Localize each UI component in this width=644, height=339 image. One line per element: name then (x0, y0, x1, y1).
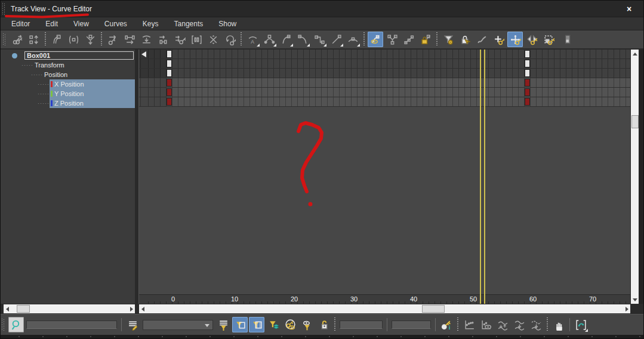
curve-graph-area[interactable] (139, 107, 630, 294)
vertical-scroll-thumb[interactable] (631, 115, 639, 128)
set-tangents-slow-button[interactable] (295, 32, 310, 47)
pan-tool-button[interactable] (551, 317, 566, 332)
name-filter-input[interactable] (26, 320, 117, 329)
track-sets-dropdown[interactable] (143, 320, 213, 330)
toolbar-grip[interactable] (3, 33, 7, 45)
main-scroll-thumb[interactable] (422, 305, 445, 313)
scroll-up-arrow[interactable] (631, 50, 639, 58)
frame-horizontal-extents-button[interactable] (461, 317, 477, 332)
menu-item-tangents[interactable]: Tangents (167, 17, 211, 30)
set-tangents-fast-button[interactable] (278, 32, 294, 47)
tree-item-transform[interactable]: ·····Transform (1, 60, 135, 70)
tree-horizontal-scrollbar[interactable] (4, 304, 135, 313)
snap-key-to-frame-button[interactable] (66, 32, 81, 47)
flatten-keys-button[interactable] (138, 32, 154, 47)
main-scroll-left-arrow[interactable] (139, 304, 146, 313)
keyframe-frame-60[interactable] (525, 79, 530, 87)
keyframe-frame-60[interactable] (525, 50, 530, 58)
zoom-value-extents-range-button[interactable] (528, 317, 544, 332)
scale-keys-time-button[interactable] (122, 32, 137, 47)
track-row-5[interactable] (139, 97, 630, 107)
filter-unlocked-attributes-button[interactable] (316, 317, 331, 332)
track-row-3[interactable] (139, 78, 630, 88)
filters-button[interactable] (440, 32, 456, 47)
region-keys-tool-button[interactable] (189, 32, 204, 47)
set-tangents-smooth-button[interactable] (345, 32, 360, 47)
show-tangents-toggle-button[interactable] (368, 32, 383, 47)
filter-animated-tracks-toggle-button[interactable] (266, 317, 281, 332)
tree-item-z-position[interactable]: ·····Z Position (1, 98, 135, 108)
set-tangents-step-button[interactable] (312, 32, 327, 47)
ease-keys-button[interactable] (155, 32, 171, 47)
draw-curves-button[interactable] (474, 32, 489, 47)
hierarchy-tree-panel[interactable]: Box001·····Transform·····Position·····X … (1, 50, 135, 304)
tree-item-y-position[interactable]: ·····Y Position (1, 89, 135, 98)
menu-item-keys[interactable]: Keys (135, 17, 167, 30)
track-key-rows[interactable] (139, 50, 630, 107)
track-row-2[interactable] (139, 69, 630, 78)
titlebar-grip[interactable] (2, 3, 6, 15)
keyframe-frame-60[interactable] (525, 98, 530, 106)
tree-scroll-thumb[interactable] (17, 305, 30, 313)
range-start-arrow-icon[interactable] (141, 51, 146, 57)
menu-item-view[interactable]: View (66, 17, 97, 30)
time-slider-line-right[interactable] (484, 50, 485, 304)
scroll-down-arrow[interactable] (631, 295, 639, 304)
panel-splitter[interactable] (135, 50, 139, 304)
frame-horizontal-extents-keys-button[interactable] (478, 317, 494, 332)
shift-keys-button[interactable] (172, 32, 187, 47)
key-value-field[interactable] (392, 320, 431, 329)
keyframe-frame-60[interactable] (525, 88, 530, 96)
vertical-scrollbar[interactable] (630, 50, 639, 304)
close-button[interactable]: × (623, 3, 635, 15)
add-keys-button[interactable] (491, 32, 506, 47)
keyframe-frame-0[interactable] (167, 50, 172, 58)
time-ruler[interactable]: 010203040506070 (139, 294, 630, 304)
move-keys-button[interactable] (507, 32, 523, 47)
tree-item-position[interactable]: ·····Position (1, 70, 135, 79)
unify-tangents-button[interactable] (401, 32, 417, 47)
lock-selection-button[interactable] (457, 32, 473, 47)
set-tangents-auto-button[interactable]: A (245, 32, 260, 47)
keyframe-frame-60[interactable] (525, 60, 530, 67)
zoom-selected-object-button[interactable] (8, 317, 24, 332)
set-tangents-linear-button[interactable] (328, 32, 344, 47)
track-row-4[interactable] (139, 88, 630, 97)
menu-item-editor[interactable]: Editor (4, 17, 38, 30)
lock-tangents-toggle-button[interactable] (418, 32, 433, 47)
keyframe-frame-60[interactable] (525, 69, 530, 77)
nudge-keys-vertical-button[interactable] (26, 32, 42, 47)
tree-scroll-left-arrow[interactable] (4, 304, 11, 313)
main-scroll-right-arrow[interactable] (623, 304, 630, 313)
weld-keys-button[interactable] (82, 32, 98, 47)
keyframe-frame-0[interactable] (167, 98, 172, 106)
filters-menu-button[interactable] (215, 317, 231, 332)
keyframe-frame-0[interactable] (167, 88, 172, 96)
filter-visible-objects-button[interactable] (299, 317, 315, 332)
keyframe-frame-0[interactable] (167, 79, 172, 87)
zoom-value-extents-button[interactable] (495, 317, 510, 332)
tree-scroll-right-arrow[interactable] (128, 304, 135, 313)
scale-values-button[interactable] (557, 32, 573, 47)
zoom-value-extents-selected-button[interactable] (511, 317, 527, 332)
key-time-field[interactable] (340, 320, 383, 329)
filter-selected-objects-toggle-button[interactable] (249, 317, 264, 332)
menu-item-curves[interactable]: Curves (97, 17, 135, 30)
offset-keys-button[interactable] (10, 32, 25, 47)
menu-item-edit[interactable]: Edit (38, 17, 66, 30)
title-bar[interactable]: Track View - Curve Editor × (1, 1, 643, 17)
keyframe-frame-0[interactable] (167, 60, 172, 67)
break-tangents-tool-button[interactable] (49, 32, 64, 47)
edit-track-sets-button[interactable] (125, 317, 140, 332)
zoom-region-button[interactable] (573, 317, 588, 332)
track-row-0[interactable] (139, 50, 630, 59)
tree-item-x-position[interactable]: ·····X Position (1, 79, 135, 89)
set-tangents-spline-button[interactable] (261, 32, 277, 47)
loop-keys-button[interactable] (222, 32, 238, 47)
menu-item-show[interactable]: Show (211, 17, 244, 30)
slide-keys-button[interactable] (524, 32, 540, 47)
keyframe-frame-0[interactable] (167, 69, 172, 77)
toolbar-grip[interactable] (2, 319, 5, 331)
randomize-keys-button[interactable] (205, 32, 221, 47)
track-row-1[interactable] (139, 59, 630, 69)
